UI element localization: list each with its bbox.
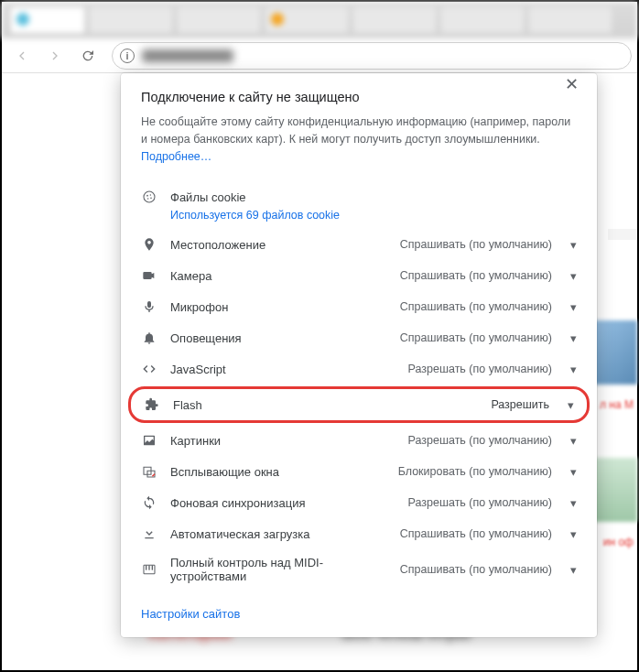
popover-title: Подключение к сайту не защищено <box>141 90 577 104</box>
svg-point-4 <box>150 198 152 200</box>
popups-row[interactable]: Всплывающие окна Блокировать (по умолчан… <box>121 456 597 487</box>
midi-row[interactable]: Полный контроль над MIDI-устройствами Сп… <box>121 549 597 590</box>
download-icon <box>141 526 157 542</box>
learn-more-link[interactable]: Подробнее… <box>141 150 211 163</box>
url-text <box>142 49 233 62</box>
svg-point-3 <box>147 199 148 200</box>
midi-icon <box>141 561 157 578</box>
svg-rect-7 <box>148 566 149 570</box>
puzzle-icon <box>144 396 160 413</box>
cookies-label: Файлы cookie <box>170 190 577 204</box>
flash-row[interactable]: Flash Разрешить ▾ <box>131 389 587 420</box>
images-row[interactable]: Картинки Разрешать (по умолчанию) ▾ <box>121 425 597 456</box>
mic-icon <box>141 298 157 315</box>
back-button[interactable] <box>7 41 37 70</box>
svg-rect-6 <box>146 566 146 570</box>
camera-row[interactable]: Камера Спрашивать (по умолчанию) ▾ <box>121 260 597 291</box>
cookies-row[interactable]: Файлы cookie <box>121 181 597 212</box>
site-info-icon[interactable]: i <box>120 49 135 63</box>
tab-strip <box>2 2 637 38</box>
caret-icon: ▾ <box>570 238 577 252</box>
location-icon <box>141 236 157 253</box>
svg-point-0 <box>144 191 155 202</box>
microphone-row[interactable]: Микрофон Спрашивать (по умолчанию) ▾ <box>121 291 597 322</box>
image-icon <box>141 432 157 449</box>
cookies-sublink[interactable]: Используется 69 файлов cookie <box>121 209 597 229</box>
site-settings-link[interactable]: Настройки сайтов <box>121 593 597 626</box>
javascript-row[interactable]: JavaScript Разрешать (по умолчанию) ▾ <box>121 353 597 385</box>
flash-highlight: Flash Разрешить ▾ <box>128 386 590 423</box>
cookie-icon <box>141 189 157 205</box>
svg-point-2 <box>150 195 151 196</box>
popover-description: Не сообщайте этому сайту конфиденциальну… <box>141 114 577 165</box>
reload-button[interactable] <box>73 41 103 70</box>
popup-icon <box>141 463 157 480</box>
bell-icon <box>141 330 157 346</box>
location-row[interactable]: Местоположение Спрашивать (по умолчанию)… <box>121 229 597 260</box>
forward-button[interactable] <box>40 41 70 70</box>
svg-point-1 <box>146 195 148 197</box>
notifications-row[interactable]: Оповещения Спрашивать (по умолчанию) ▾ <box>121 322 597 353</box>
code-icon <box>141 361 157 377</box>
svg-rect-8 <box>152 566 153 570</box>
camera-icon <box>141 267 157 284</box>
autodownload-row[interactable]: Автоматическая загрузка Спрашивать (по у… <box>121 518 597 549</box>
bgsync-row[interactable]: Фоновая синхронизация Разрешать (по умол… <box>121 487 597 518</box>
omnibox[interactable]: i <box>112 42 632 70</box>
site-info-popover: ✕ Подключение к сайту не защищено Не соо… <box>121 73 597 637</box>
toolbar: i <box>2 38 637 73</box>
sync-icon <box>141 494 157 511</box>
